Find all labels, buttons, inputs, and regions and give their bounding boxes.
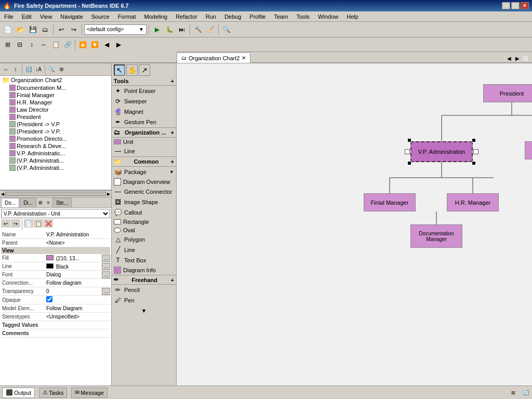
tree-item-vpadmin[interactable]: V.P. Administratic...	[0, 150, 111, 157]
tree-item-pres-vp2[interactable]: (President -> V.P.	[0, 128, 111, 135]
tree-root[interactable]: 📁 Organization Chart2	[0, 76, 111, 84]
common-section[interactable]: 📁 Common +	[112, 156, 176, 167]
menu-source[interactable]: Source	[89, 12, 112, 21]
status-btn2[interactable]: 🔄	[522, 389, 530, 397]
tree-item-vpadmin3[interactable]: (V.P. Administrati...	[0, 164, 111, 171]
clean-button[interactable]: 🧹	[205, 24, 216, 35]
node-vp-invest[interactable]: V.P. Investment	[525, 141, 532, 159]
save-all-button[interactable]: 🗂	[39, 24, 51, 35]
menu-window[interactable]: Window	[316, 12, 340, 21]
config-dropdown[interactable]: <default config> ▼	[84, 24, 147, 35]
menu-navigate[interactable]: Navigate	[58, 12, 85, 21]
status-btn1[interactable]: ⊞	[509, 389, 517, 397]
tool-package[interactable]: 📦 Package ▼	[112, 167, 176, 177]
tree-item-hr[interactable]: H.R. Manager	[0, 99, 111, 106]
diagram-canvas[interactable]: President V.P. Administration V.P. Inves…	[177, 63, 532, 385]
conn-right[interactable]	[472, 148, 480, 156]
tab-scroll-left[interactable]: ◀	[505, 54, 513, 62]
undo-button[interactable]: ↩	[56, 24, 67, 35]
pointer-select-btn[interactable]: ↖	[114, 64, 125, 76]
tb2-btn4[interactable]: ↔	[38, 39, 49, 50]
tool-callout[interactable]: 💬 Callout	[112, 207, 176, 218]
menu-edit[interactable]: Edit	[20, 12, 34, 21]
node-president[interactable]: President	[483, 84, 532, 102]
tools-section-header[interactable]: Tools +	[112, 77, 176, 86]
tree-item-vpadmin2[interactable]: (V.P. Administrati...	[0, 157, 111, 164]
pointer-pan-btn[interactable]: ✋	[126, 64, 138, 76]
menu-modeling[interactable]: Modeling	[142, 12, 169, 21]
run-button[interactable]: ▶	[151, 24, 163, 35]
step-button[interactable]: ⏭	[176, 24, 188, 35]
org-section[interactable]: 🗂 Organization ... +	[112, 127, 176, 138]
tb2-btn3[interactable]: ↕	[26, 39, 37, 50]
tree-sort[interactable]: ↓A	[34, 65, 43, 74]
selection-handle-tl[interactable]	[407, 138, 411, 142]
tool-oval[interactable]: Oval	[112, 226, 176, 234]
prop-tab-di[interactable]: Di...	[20, 198, 36, 207]
maximize-button[interactable]: □	[511, 2, 520, 9]
tree-item-docm[interactable]: Documentation M...	[0, 84, 111, 91]
tool-polygon[interactable]: △ Polygon	[112, 234, 176, 245]
tb2-btn6[interactable]: 🔗	[62, 39, 73, 50]
tab-scroll-right[interactable]: ▶	[513, 54, 522, 62]
tasks-tab[interactable]: ⚠ Tasks	[39, 388, 67, 398]
tools-scroll-down[interactable]: ▼	[112, 305, 176, 316]
props-tb2[interactable]: ↪	[11, 219, 20, 228]
tb2-btn7[interactable]: 🔼	[77, 39, 88, 50]
font-edit-btn[interactable]: ...	[102, 271, 110, 278]
tool-point-eraser[interactable]: ✦ Point Eraser	[112, 86, 176, 96]
line-color-swatch[interactable]	[46, 263, 54, 269]
tree-item-finial[interactable]: Finial Manager	[0, 91, 111, 99]
node-doc-manager[interactable]: DocumentationManager	[410, 224, 462, 248]
node-vp-admin[interactable]: V.P. Administration	[410, 141, 473, 162]
selection-handle-br[interactable]	[472, 161, 476, 165]
menu-format[interactable]: Format	[116, 12, 138, 21]
tool-line[interactable]: — Line	[112, 146, 176, 156]
tree-item-research[interactable]: Research & Deve...	[0, 142, 111, 150]
menu-run[interactable]: Run	[204, 12, 218, 21]
tool-magnet[interactable]: 🔮 Magnet	[112, 107, 176, 117]
pointer-extra-btn[interactable]: ↗	[139, 64, 150, 76]
props-tb5[interactable]: ❌	[44, 219, 53, 228]
tool-image-shape[interactable]: 🖼 Image Shape	[112, 197, 176, 207]
tree-item-law[interactable]: Law Director	[0, 106, 111, 113]
menu-tools[interactable]: Tools	[294, 12, 312, 21]
transparency-edit-btn[interactable]: ...	[102, 288, 110, 295]
tool-diagram-info[interactable]: Diagram Info	[112, 265, 176, 275]
prop-tab-ste[interactable]: Ste...	[52, 198, 72, 207]
tb2-btn5[interactable]: 📋	[50, 39, 61, 50]
menu-view[interactable]: View	[38, 12, 55, 21]
redo-button[interactable]: ↪	[68, 24, 79, 35]
selection-handle-tr[interactable]	[472, 138, 476, 142]
tool-rectangle[interactable]: Rectangle	[112, 218, 176, 226]
node-hr[interactable]: H.R. Manager	[447, 193, 499, 211]
close-tab-button[interactable]: ✕	[242, 55, 246, 61]
prop-tb1[interactable]: ⊞	[37, 199, 44, 206]
freehand-section[interactable]: ✏ Freehand +	[112, 275, 176, 285]
opaque-checkbox[interactable]	[46, 296, 52, 302]
menu-refactor[interactable]: Refactor	[174, 12, 200, 21]
save-button[interactable]: 💾	[27, 24, 38, 35]
conn-left[interactable]	[403, 148, 411, 156]
message-tab[interactable]: ✉ Message	[71, 388, 108, 398]
tree-item-pres-vp1[interactable]: (President -> V.P	[0, 121, 111, 128]
tree-config[interactable]: ⚙	[57, 65, 66, 74]
tool-diagram-overview[interactable]: Diagram Overview	[112, 177, 176, 187]
fill-color-swatch[interactable]	[46, 255, 54, 260]
menu-debug[interactable]: Debug	[222, 12, 243, 21]
tree-tb1[interactable]: ↔	[1, 65, 10, 74]
tool-unit[interactable]: Unit	[112, 138, 176, 146]
open-button[interactable]: 📂	[15, 24, 26, 35]
tree-tb2[interactable]: ↕	[11, 65, 20, 74]
menu-help[interactable]: Help	[344, 12, 361, 21]
fill-edit-btn[interactable]: ...	[102, 255, 110, 262]
tb2-btn10[interactable]: ▶	[113, 39, 124, 50]
close-button[interactable]: ✕	[521, 2, 529, 9]
maximize-editor[interactable]: ⬜	[522, 54, 530, 62]
tb2-btn9[interactable]: ◀	[101, 39, 112, 50]
build-button[interactable]: 🔨	[192, 24, 204, 35]
line-edit-btn[interactable]: ...	[102, 263, 110, 270]
props-tb1[interactable]: ↩	[1, 219, 10, 228]
tool-sweeper[interactable]: ⟳ Sweeper	[112, 96, 176, 107]
output-tab[interactable]: ⬛ Output	[2, 388, 35, 398]
